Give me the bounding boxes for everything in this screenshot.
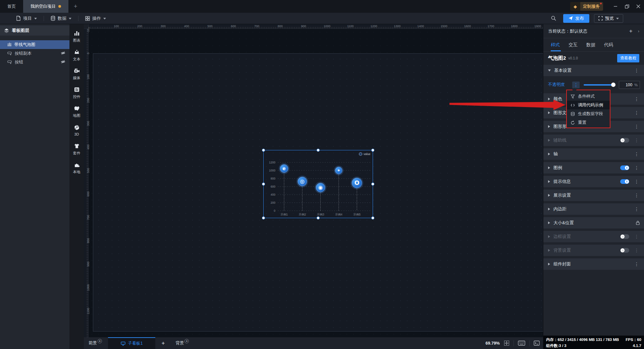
section-menu-button[interactable]: ⋮ — [633, 165, 640, 171]
custom-service-button[interactable]: ◆ 定制服务 — [570, 2, 603, 11]
view-tutorial-button[interactable]: 查看教程 — [617, 54, 639, 62]
add-background-icon[interactable]: + — [184, 339, 189, 343]
resize-handle-top-right[interactable] — [371, 149, 374, 152]
zoom-percent[interactable]: 69.79% — [486, 341, 500, 346]
new-project-tab-button[interactable]: + — [68, 0, 83, 13]
resize-handle-bottom-left[interactable] — [262, 216, 265, 219]
expand-arrow-icon[interactable] — [548, 194, 550, 197]
expand-arrow-icon[interactable] — [548, 263, 550, 265]
expand-arrow-icon[interactable] — [548, 166, 550, 169]
section-提示信息[interactable]: 提示信息⋮ — [543, 176, 644, 187]
section-menu-button[interactable]: ⋮ — [633, 234, 640, 240]
section-辅助线[interactable]: 辅助线⋮ — [543, 135, 644, 146]
inspector-tab-2[interactable]: 交互 — [569, 42, 578, 48]
dock-item-控件[interactable]: 控件 — [69, 83, 84, 102]
add-sub-board-button[interactable]: + — [155, 340, 171, 347]
add-state-button[interactable]: + — [629, 28, 633, 35]
lock-icon[interactable] — [636, 220, 640, 225]
dock-item-地图[interactable]: 地图 — [69, 102, 84, 121]
section-展示设置[interactable]: 展示设置⋮ — [543, 190, 644, 201]
sub-board-tab[interactable]: 子看板1 — [108, 337, 155, 349]
section-轴[interactable]: 轴⋮ — [543, 148, 644, 160]
toolbar-menu-2[interactable]: 数据 — [44, 15, 78, 21]
section-menu-button[interactable]: ⋮ — [633, 151, 640, 157]
section-toggle-off[interactable] — [620, 234, 629, 239]
close-button[interactable] — [633, 0, 644, 13]
restore-button[interactable] — [621, 0, 633, 13]
background-label[interactable]: 背景 + — [175, 340, 189, 346]
expand-arrow-icon[interactable] — [548, 180, 550, 183]
section-menu-button[interactable]: ⋮ — [633, 137, 640, 143]
toolbar-menu-3[interactable]: 操作 — [78, 15, 113, 21]
opacity-menu-button[interactable]: ⋮ — [572, 82, 580, 88]
resize-handle-top-center[interactable] — [317, 149, 320, 152]
opacity-slider-knob[interactable] — [611, 83, 615, 87]
layer-item-2[interactable]: 按钮副本 — [0, 49, 69, 58]
expand-arrow-icon[interactable] — [548, 221, 550, 224]
resize-handle-bottom-center[interactable] — [317, 216, 320, 219]
section-menu-button[interactable]: ⋮ — [633, 96, 640, 102]
inspector-tab-3[interactable]: 数据 — [586, 42, 595, 48]
layer-item-3[interactable]: 按钮 — [0, 58, 69, 66]
section-大小&位置[interactable]: 大小&位置 — [543, 217, 644, 229]
resize-handle-middle-left[interactable] — [262, 183, 265, 186]
section-toggle-on[interactable] — [620, 165, 629, 170]
expand-arrow-icon[interactable] — [548, 111, 550, 114]
menu-item-1[interactable]: 条件样式 — [567, 92, 610, 101]
layer-item-1[interactable]: 带线气泡图 — [0, 40, 69, 49]
section-背景设置[interactable]: 背景设置⋮ — [543, 245, 644, 256]
dock-item-3D[interactable]: 3D — [69, 121, 84, 140]
section-menu-button[interactable]: ⋮ — [633, 206, 640, 212]
menu-item-2[interactable]: 调用代码示例 — [567, 101, 610, 109]
section-menu-button[interactable]: ⋮ — [633, 67, 640, 73]
expand-arrow-icon[interactable] — [548, 125, 550, 128]
add-foreground-icon[interactable]: + — [98, 339, 102, 343]
menu-item-3[interactable]: 生成数据字段 — [567, 109, 610, 118]
section-边框设置[interactable]: 边框设置⋮ — [543, 231, 644, 242]
expand-arrow-icon[interactable] — [548, 139, 550, 142]
opacity-value-input[interactable]: 100% — [619, 81, 640, 89]
dock-item-文本[interactable]: 文本 — [69, 46, 84, 64]
section-toggle-off[interactable] — [620, 248, 629, 253]
hidden-eye-icon[interactable] — [61, 59, 65, 64]
canvas[interactable]: 1002003004005006007008009001000110012001… — [84, 24, 543, 337]
preview-button[interactable]: 预览 — [594, 14, 623, 23]
collapse-arrow-icon[interactable] — [548, 69, 551, 71]
inspector-tab-4[interactable]: 代码 — [604, 42, 613, 48]
dock-item-媒体[interactable]: 媒体 — [69, 64, 84, 83]
expand-arrow-icon[interactable] — [548, 153, 550, 155]
publish-button[interactable]: 发布 — [563, 14, 589, 23]
section-toggle-on[interactable] — [620, 179, 629, 184]
fit-to-screen-icon[interactable] — [504, 340, 509, 346]
section-基本设置[interactable]: 基本设置⋮ — [543, 65, 644, 76]
expand-arrow-icon[interactable] — [548, 98, 550, 100]
hidden-eye-icon[interactable] — [61, 51, 65, 55]
window-tab-2[interactable]: 我的空白项目 — [23, 0, 68, 13]
opacity-slider[interactable] — [584, 84, 615, 86]
section-图例[interactable]: 图例⋮ — [543, 162, 644, 173]
toolbar-menu-1[interactable]: 项目 — [9, 15, 44, 21]
dock-item-本地[interactable]: 本地 — [69, 158, 84, 177]
foreground-label[interactable]: 前景 + — [89, 340, 102, 346]
expand-arrow-icon[interactable] — [548, 249, 550, 252]
expand-arrow-icon[interactable] — [548, 208, 550, 210]
menu-item-4[interactable]: 重置 — [567, 118, 610, 127]
inspector-tab-1[interactable]: 样式 — [551, 42, 560, 48]
search-icon[interactable] — [551, 15, 556, 21]
resize-handle-top-left[interactable] — [262, 149, 265, 152]
section-menu-button[interactable]: ⋮ — [633, 110, 640, 116]
shortcut-keyboard-icon[interactable] — [518, 341, 525, 346]
section-组件封面[interactable]: 组件封面⋮ — [543, 258, 644, 270]
minimize-button[interactable] — [610, 0, 621, 13]
dock-item-图表[interactable]: 图表 — [69, 27, 84, 46]
resize-handle-bottom-right[interactable] — [371, 216, 374, 219]
bubble-chart-component[interactable]: 020040060080010001200valuee示例1◎示例2◉示例3✦示… — [263, 150, 373, 218]
section-menu-button[interactable]: ⋮ — [633, 123, 640, 130]
section-menu-button[interactable]: ⋮ — [633, 261, 640, 267]
resize-handle-middle-right[interactable] — [371, 183, 374, 186]
section-内边距[interactable]: 内边距⋮ — [543, 203, 644, 215]
expand-states-icon[interactable]: › — [638, 29, 639, 34]
section-menu-button[interactable]: ⋮ — [633, 179, 640, 185]
console-terminal-icon[interactable] — [534, 341, 540, 346]
dock-item-套件[interactable]: 套件 — [69, 140, 84, 158]
